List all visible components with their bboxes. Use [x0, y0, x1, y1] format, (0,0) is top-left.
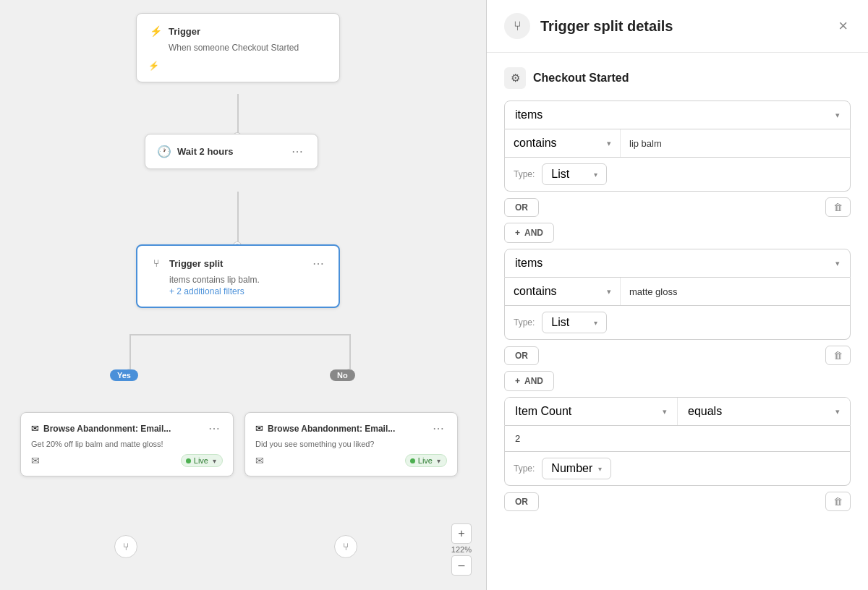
items-label-1: items — [515, 108, 542, 121]
filter3-value-input[interactable] — [505, 426, 850, 451]
email-footer-icon-right: ✉ — [255, 455, 264, 466]
contains-select-1[interactable]: contains ▾ — [505, 129, 621, 157]
or-button-1[interactable]: OR — [504, 198, 539, 217]
or-button-3[interactable]: OR — [504, 492, 539, 511]
equals-label: equals — [688, 405, 722, 418]
section-header: ⚙ Checkout Started — [504, 67, 851, 89]
live-badge-left[interactable]: Live ▾ — [181, 454, 223, 467]
clock-icon: 🕐 — [157, 145, 171, 158]
trigger-icon: ⚡ — [148, 24, 163, 38]
zoom-level: 122% — [451, 545, 472, 554]
type-select-3[interactable]: Number ▾ — [542, 458, 611, 479]
type-value-3: Number — [551, 462, 592, 475]
email-node-right: ✉ Browse Abandonment: Email... ⋯ Did you… — [244, 412, 458, 476]
gear-icon: ⚙ — [504, 67, 526, 89]
delete-button-3[interactable]: 🗑 — [825, 492, 851, 511]
or-del-row-1: OR 🗑 — [504, 197, 851, 217]
details-body: ⚙ Checkout Started items ▾ contains ▾ Ty… — [487, 53, 868, 590]
email-footer-icon-left: ✉ — [31, 455, 40, 466]
trigger-node-title: Trigger — [169, 26, 328, 37]
details-header: ⑂ Trigger split details × — [487, 0, 868, 53]
details-header-icon: ⑂ — [504, 13, 530, 39]
item-count-label: Item Count — [515, 405, 571, 418]
and-label-1: AND — [524, 228, 543, 238]
plus-icon-1: + — [515, 228, 520, 238]
email-right-more[interactable]: ⋯ — [430, 422, 447, 435]
connector-yes — [129, 334, 131, 372]
item-count-chevron: ▾ — [663, 407, 667, 416]
delete-button-1[interactable]: 🗑 — [825, 197, 851, 217]
connector-2 — [237, 192, 239, 246]
type-value-1: List — [551, 168, 569, 181]
connector-1 — [237, 94, 239, 136]
filter1-type-row: Type: List ▾ — [504, 158, 851, 192]
details-panel: ⑂ Trigger split details × ⚙ Checkout Sta… — [486, 0, 868, 590]
trigger-node-subtitle: When someone Checkout Started — [169, 43, 328, 53]
wait-more-button[interactable]: ⋯ — [289, 145, 306, 158]
filter3-top-row: Item Count ▾ equals ▾ — [504, 397, 851, 426]
section-title: Checkout Started — [533, 72, 629, 85]
items-chevron-2: ▾ — [835, 259, 840, 268]
filter-block-1: items ▾ contains ▾ Type: List ▾ — [504, 101, 851, 192]
live-chevron-left: ▾ — [213, 457, 216, 465]
equals-chevron: ▾ — [835, 407, 840, 416]
split-more-button[interactable]: ⋯ — [310, 257, 327, 270]
email-icon-right: ✉ — [255, 423, 263, 434]
contains-label-2: contains — [514, 285, 557, 298]
type-value-2: List — [551, 316, 569, 329]
live-dot-left — [186, 458, 191, 463]
yes-badge: Yes — [110, 369, 138, 381]
split-node-desc: items contains lip balm. — [169, 275, 327, 285]
items-select-1[interactable]: items ▾ — [504, 101, 851, 129]
zoom-minus-button[interactable]: – — [451, 555, 472, 576]
bottom-icon-left[interactable]: ⑂ — [114, 535, 137, 558]
or-button-2[interactable]: OR — [504, 346, 539, 365]
filter2-value-input[interactable] — [621, 279, 850, 304]
email-left-title: Browse Abandonment: Email... — [43, 424, 171, 434]
email-node-left: ✉ Browse Abandonment: Email... ⋯ Get 20%… — [20, 412, 234, 476]
plus-icon-2: + — [515, 376, 520, 386]
email-icon-left: ✉ — [31, 423, 39, 434]
contains-chevron-1: ▾ — [607, 139, 611, 148]
bottom-icon-right[interactable]: ⑂ — [334, 535, 357, 558]
or-del-row-2: OR 🗑 — [504, 346, 851, 365]
type-chevron-3: ▾ — [598, 465, 602, 473]
items-chevron-1: ▾ — [835, 111, 840, 120]
item-count-select[interactable]: Item Count ▾ — [505, 398, 678, 425]
contains-chevron-2: ▾ — [607, 287, 611, 296]
trigger-node: ⚡ Trigger When someone Checkout Started … — [136, 13, 340, 82]
close-button[interactable]: × — [835, 14, 851, 38]
connector-no — [349, 334, 351, 372]
branch-line — [129, 334, 351, 335]
trigger-node-icon2: ⚡ — [148, 61, 159, 71]
zoom-controls: + 122% – — [451, 523, 472, 576]
filter1-cond-row: contains ▾ — [504, 129, 851, 158]
type-chevron-1: ▾ — [594, 171, 597, 179]
live-label-left: Live — [194, 456, 208, 465]
zoom-plus-button[interactable]: + — [451, 523, 472, 544]
live-chevron-right: ▾ — [437, 457, 441, 465]
and-button-1[interactable]: + AND — [504, 223, 554, 243]
split-node-title: Trigger split — [169, 258, 304, 269]
no-badge: No — [330, 369, 355, 381]
live-dot-right — [410, 458, 415, 463]
email-left-more[interactable]: ⋯ — [205, 422, 223, 435]
type-chevron-2: ▾ — [594, 319, 597, 327]
details-title: Trigger split details — [540, 18, 825, 35]
delete-button-2[interactable]: 🗑 — [825, 346, 851, 365]
equals-select[interactable]: equals ▾ — [678, 398, 850, 425]
filter2-type-row: Type: List ▾ — [504, 306, 851, 340]
and-button-2[interactable]: + AND — [504, 371, 554, 391]
type-select-2[interactable]: List ▾ — [542, 312, 607, 333]
and-label-2: AND — [524, 376, 543, 386]
type-label-1: Type: — [514, 169, 535, 179]
filter2-cond-row: contains ▾ — [504, 278, 851, 306]
email-left-subtitle: Get 20% off lip balm and matte gloss! — [31, 440, 223, 448]
contains-select-2[interactable]: contains ▾ — [505, 278, 621, 305]
type-select-1[interactable]: List ▾ — [542, 163, 607, 185]
live-badge-right[interactable]: Live ▾ — [405, 454, 447, 467]
items-select-2[interactable]: items ▾ — [504, 249, 851, 278]
live-label-right: Live — [418, 456, 433, 465]
contains-label-1: contains — [514, 137, 557, 150]
filter1-value-input[interactable] — [621, 131, 850, 156]
